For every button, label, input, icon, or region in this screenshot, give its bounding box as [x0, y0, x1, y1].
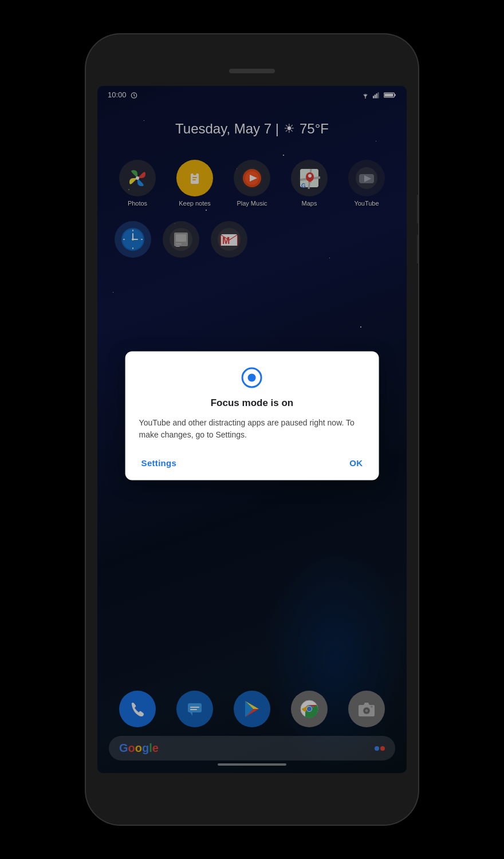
settings-button[interactable]: Settings	[139, 455, 179, 471]
dialog-icon-wrap	[139, 368, 365, 388]
focus-mode-icon	[242, 368, 262, 388]
dialog-title: Focus mode is on	[139, 397, 365, 409]
focus-mode-icon-inner	[248, 374, 256, 382]
dialog-actions: Settings OK	[139, 455, 365, 471]
phone-screen: 10:00	[97, 86, 407, 773]
focus-mode-dialog: Focus mode is on YouTube and other distr…	[125, 352, 379, 480]
phone-frame: 10:00	[86, 34, 418, 825]
volume-button-up[interactable]	[417, 195, 418, 223]
dialog-overlay: Focus mode is on YouTube and other distr…	[97, 86, 407, 773]
dialog-body: YouTube and other distracting apps are p…	[139, 417, 365, 441]
volume-button-down[interactable]	[417, 235, 418, 263]
ok-button[interactable]: OK	[347, 455, 365, 471]
